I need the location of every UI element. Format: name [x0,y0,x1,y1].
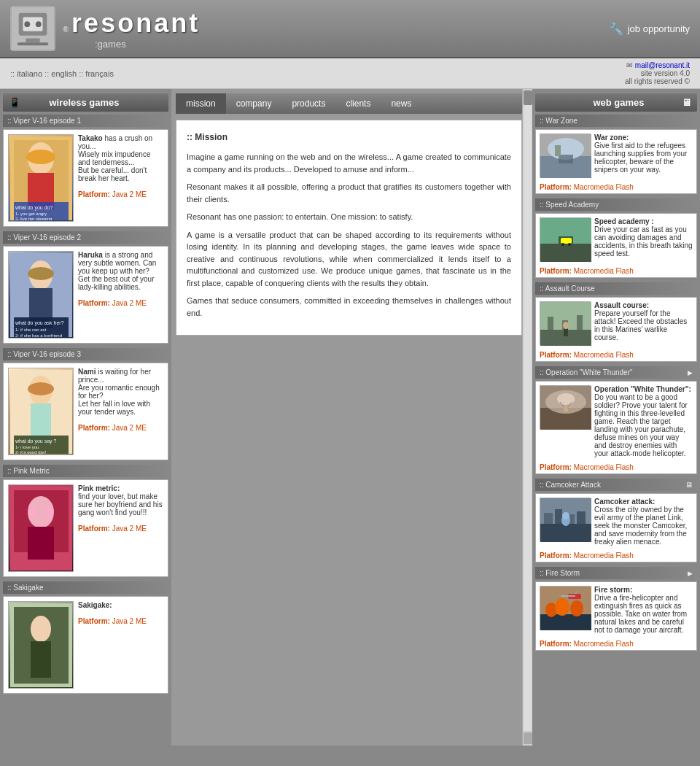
game-card-firestorm: Fire storm: Drive a fire-helicopter and … [535,581,697,651]
svg-point-74 [562,512,569,519]
svg-rect-81 [561,595,575,597]
mission-para-1: Imagine a game running on the web and on… [187,151,511,175]
lang-italiano[interactable]: :: italiano [10,69,42,78]
mission-para-4: A game is a versatile product that can b… [187,229,511,290]
wrench-icon: 🔧 [609,22,623,36]
game-card-thunder: Operation "White Thunder": Do you want t… [535,381,697,474]
topbar-right: ✉ mail@resonant.it site version 4.0 all … [625,61,690,85]
game-name-thunder: Operation "White Thunder": [594,385,691,393]
header-right: 🔧 job opportunity [609,22,690,36]
game-info-sakigake: Sakigake: Platform: Java 2 ME [78,601,163,689]
svg-text:what do you say ?: what do you say ? [15,438,57,444]
game-info-viper1: Takako has a crush on you...Wisely mix i… [78,134,163,222]
svg-rect-70 [555,509,562,524]
svg-rect-35 [28,527,54,560]
scrollbar[interactable] [522,89,532,746]
game-thumb-assault [540,301,591,345]
left-sidebar: 📱 wireless games :: Viper V-16 episode 1 [0,89,171,746]
svg-point-63 [557,393,575,405]
svg-point-27 [28,382,54,395]
svg-point-40 [31,616,51,642]
logo-subtitle: :games [95,39,200,50]
main-layout: 📱 wireless games :: Viper V-16 episode 1 [0,89,700,746]
svg-rect-46 [555,145,561,156]
game-card-pinkmetric: Pink metric: find your lover, but make s… [3,479,168,577]
svg-rect-72 [577,511,586,524]
svg-text:1- if she can act: 1- if she can act [15,328,47,332]
lang-francais[interactable]: français [85,69,114,78]
game-thumb-speed [540,217,591,261]
svg-text:1- you get angry: 1- you get angry [15,212,47,216]
svg-text:what do you ask her?: what do you ask her? [15,320,64,326]
game-name-viper3: Nami [78,368,96,376]
right-sidebar: web games 🖥 :: War Zone War zo [532,89,700,746]
svg-rect-69 [544,513,553,524]
monitor-icon: 🖥 [682,97,691,108]
game-info-speed: Speed academy : Drive your car as fast a… [594,217,693,261]
game-thumb-firestorm [540,586,591,630]
game-name-sakigake: Sakigake: [78,601,112,609]
wireless-games-title: wireless games [49,97,119,108]
platform-warzone: Platform: Macromedia Flash [536,181,696,193]
svg-point-78 [555,598,569,616]
section-camcoker: :: Camcoker Attack 🖥 [535,479,697,491]
monitor-small-icon: 🖥 [685,481,693,489]
nav-products[interactable]: products [281,93,335,114]
nav-company[interactable]: company [226,93,282,114]
svg-rect-68 [540,524,591,542]
section-speed: :: Speed Academy [535,198,697,211]
svg-point-58 [563,322,569,329]
mission-heading: :: Mission [187,131,511,144]
svg-point-51 [561,243,564,246]
svg-rect-6 [18,42,49,45]
game-thumb-viper2: what do you ask her? 1- if she can act 2… [8,251,74,338]
logo-area: ® resonant :games [10,6,200,51]
game-name-viper2: Haruka [78,251,103,259]
section-thunder: :: Operation "White Thunder" ▶ [535,366,697,379]
mail-icon: ✉ [626,61,632,69]
web-games-title: web games [593,97,644,108]
game-card-warzone: War zone: Give first aid to the refugees… [535,129,697,194]
section-assault: :: Assault Course [535,282,697,295]
svg-rect-55 [548,317,553,330]
game-card-speed: Speed academy : Drive your car as fast a… [535,213,697,278]
game-thumb-thunder [540,385,591,429]
game-thumb-camcoker [540,498,591,541]
wireless-games-header: 📱 wireless games [3,93,168,112]
center-area: mission company products clients news ::… [171,89,522,746]
svg-point-4 [36,21,42,27]
game-card-sakigake: Sakigake: Platform: Java 2 ME [3,596,168,694]
svg-point-11 [26,150,55,164]
svg-point-19 [28,267,54,280]
nav-bar: mission company products clients news [176,93,522,114]
game-info-thunder: Operation "White Thunder": Do you want t… [594,385,693,457]
game-card-camcoker: Camcoker attack: Cross the city owned by… [535,493,697,562]
nav-mission[interactable]: mission [176,93,226,114]
platform-thunder: Platform: Macromedia Flash [536,461,696,473]
svg-text:2- if she has a boyfriend: 2- if she has a boyfriend [15,333,62,337]
topbar-links: :: italiano :: english :: français [10,69,114,78]
svg-text:what do you do?: what do you do? [15,205,52,211]
svg-point-52 [568,243,571,246]
svg-point-3 [24,21,30,27]
job-opportunity-link[interactable]: job opportunity [628,23,690,34]
game-info-assault: Assault course: Prepare yourself for the… [594,301,693,345]
nav-news[interactable]: news [381,93,421,114]
logo-image [10,6,55,51]
mission-para-5: Games that seduce consumers, committed i… [187,295,511,319]
phone-icon: 📱 [9,97,20,108]
game-thumb-warzone [540,134,591,177]
lang-english[interactable]: english [51,69,77,78]
mission-para-2: Resonant makes it all possible, offering… [187,181,511,205]
nav-clients[interactable]: clients [335,93,381,114]
logo-text: ® resonant :games [63,8,200,50]
web-games-header: web games 🖥 [535,93,697,112]
rights: all rights reserved © [625,77,690,85]
game-name-viper1: Takako [78,134,103,142]
section-firestorm: :: Fire Storm ▶ [535,567,697,579]
mission-box: :: Mission Imagine a game running on the… [176,120,522,336]
game-name-warzone: War zone: [594,134,629,142]
svg-rect-59 [564,329,568,336]
email-address: mail@resonant.it [635,61,690,69]
svg-text:2- it'a good day!: 2- it'a good day! [15,450,47,454]
